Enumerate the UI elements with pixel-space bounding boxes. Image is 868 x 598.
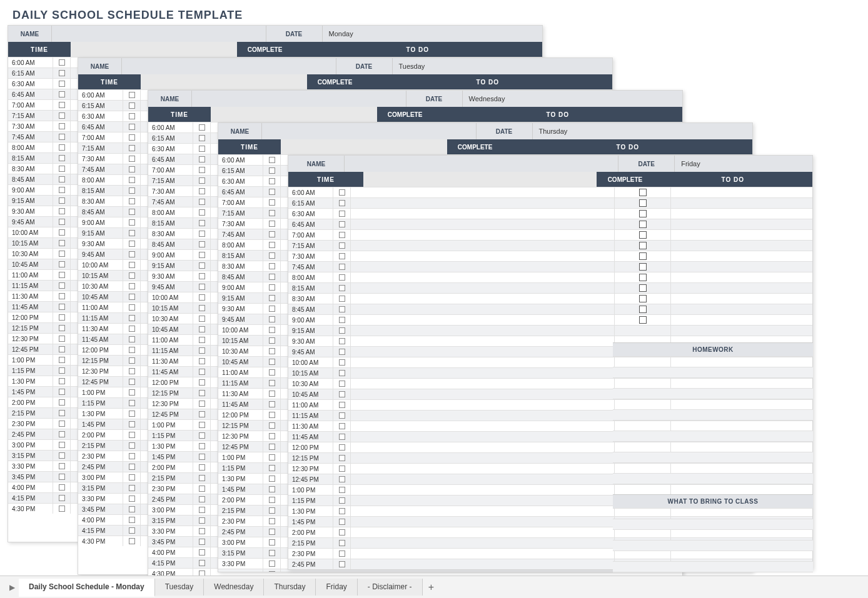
row-checkbox[interactable] [263, 495, 281, 505]
row-checkbox[interactable] [263, 229, 281, 239]
row-checkbox[interactable] [193, 473, 211, 483]
row-checkbox[interactable] [123, 387, 141, 397]
row-checkbox[interactable] [333, 389, 351, 399]
row-checkbox[interactable] [53, 504, 71, 514]
row-checkbox[interactable] [53, 302, 71, 312]
row-checkbox[interactable] [193, 399, 211, 409]
row-checkbox[interactable] [53, 312, 71, 322]
row-checkbox[interactable] [123, 186, 141, 196]
schedule-cell[interactable] [351, 517, 615, 527]
row-checkbox[interactable] [123, 313, 141, 323]
row-checkbox[interactable] [123, 239, 141, 249]
row-checkbox[interactable] [263, 293, 281, 303]
row-checkbox[interactable] [53, 281, 71, 291]
row-checkbox[interactable] [263, 282, 281, 292]
row-checkbox[interactable] [333, 304, 351, 314]
row-checkbox[interactable] [123, 132, 141, 142]
row-checkbox[interactable] [263, 506, 281, 516]
row-checkbox[interactable] [333, 219, 351, 229]
row-checkbox[interactable] [263, 399, 281, 409]
row-checkbox[interactable] [263, 527, 281, 537]
complete-checkbox[interactable] [615, 198, 671, 208]
row-checkbox[interactable] [123, 143, 141, 153]
row-checkbox[interactable] [193, 516, 211, 526]
schedule-cell[interactable] [351, 219, 615, 229]
row-checkbox[interactable] [193, 346, 211, 356]
schedule-cell[interactable] [351, 538, 615, 548]
row-checkbox[interactable] [193, 462, 211, 472]
row-checkbox[interactable] [123, 526, 141, 536]
row-checkbox[interactable] [123, 409, 141, 419]
row-checkbox[interactable] [123, 217, 141, 227]
todo-cell[interactable] [671, 209, 812, 219]
schedule-cell[interactable] [351, 262, 615, 272]
todo-cell[interactable] [671, 304, 812, 314]
todo-cell[interactable] [671, 241, 812, 251]
row-checkbox[interactable] [193, 271, 211, 281]
row-checkbox[interactable] [193, 377, 211, 387]
tab-scroll-left-icon[interactable]: ▶ [5, 581, 19, 594]
complete-checkbox[interactable] [615, 294, 671, 304]
complete-checkbox[interactable] [615, 187, 671, 197]
row-checkbox[interactable] [333, 357, 351, 367]
schedule-cell[interactable] [351, 411, 615, 421]
todo-cell[interactable] [671, 315, 812, 325]
row-checkbox[interactable] [193, 526, 211, 536]
row-checkbox[interactable] [123, 101, 141, 111]
tab-friday[interactable]: Friday [316, 579, 357, 596]
row-checkbox[interactable] [193, 303, 211, 313]
schedule-cell[interactable] [351, 368, 615, 378]
row-checkbox[interactable] [333, 241, 351, 251]
complete-checkbox[interactable] [615, 262, 671, 272]
row-checkbox[interactable] [123, 430, 141, 440]
row-checkbox[interactable] [333, 538, 351, 548]
row-checkbox[interactable] [263, 346, 281, 356]
row-checkbox[interactable] [123, 90, 141, 100]
schedule-cell[interactable] [351, 474, 615, 484]
row-checkbox[interactable] [193, 558, 211, 568]
complete-checkbox[interactable] [615, 326, 671, 336]
schedule-cell[interactable] [351, 187, 615, 197]
todo-cell[interactable] [671, 262, 812, 272]
row-checkbox[interactable] [123, 451, 141, 461]
row-checkbox[interactable] [193, 144, 211, 154]
row-checkbox[interactable] [193, 154, 211, 164]
row-checkbox[interactable] [263, 272, 281, 282]
name-field[interactable] [122, 58, 336, 74]
name-field[interactable] [345, 156, 618, 172]
schedule-cell[interactable] [351, 506, 615, 516]
row-checkbox[interactable] [333, 262, 351, 272]
schedule-cell[interactable] [351, 336, 615, 346]
row-checkbox[interactable] [53, 344, 71, 354]
row-checkbox[interactable] [263, 155, 281, 165]
row-checkbox[interactable] [123, 536, 141, 546]
todo-cell[interactable] [671, 294, 812, 304]
row-checkbox[interactable] [123, 249, 141, 259]
row-checkbox[interactable] [53, 153, 71, 163]
complete-checkbox[interactable] [615, 230, 671, 240]
row-checkbox[interactable] [123, 271, 141, 281]
row-checkbox[interactable] [263, 474, 281, 484]
row-checkbox[interactable] [193, 537, 211, 547]
row-checkbox[interactable] [193, 388, 211, 398]
row-checkbox[interactable] [53, 259, 71, 269]
row-checkbox[interactable] [53, 217, 71, 227]
row-checkbox[interactable] [193, 441, 211, 451]
row-checkbox[interactable] [123, 345, 141, 355]
row-checkbox[interactable] [53, 142, 71, 152]
row-checkbox[interactable] [123, 515, 141, 525]
row-checkbox[interactable] [263, 176, 281, 186]
row-checkbox[interactable] [123, 111, 141, 121]
row-checkbox[interactable] [193, 324, 211, 334]
schedule-cell[interactable] [351, 559, 615, 569]
row-checkbox[interactable] [53, 174, 71, 184]
todo-cell[interactable] [671, 230, 812, 240]
tab-disclaimer[interactable]: - Disclaimer - [358, 579, 423, 596]
row-checkbox[interactable] [53, 323, 71, 333]
row-checkbox[interactable] [263, 187, 281, 197]
row-checkbox[interactable] [193, 229, 211, 239]
schedule-cell[interactable] [351, 283, 615, 293]
row-checkbox[interactable] [263, 431, 281, 441]
row-checkbox[interactable] [53, 68, 71, 78]
row-checkbox[interactable] [193, 133, 211, 143]
